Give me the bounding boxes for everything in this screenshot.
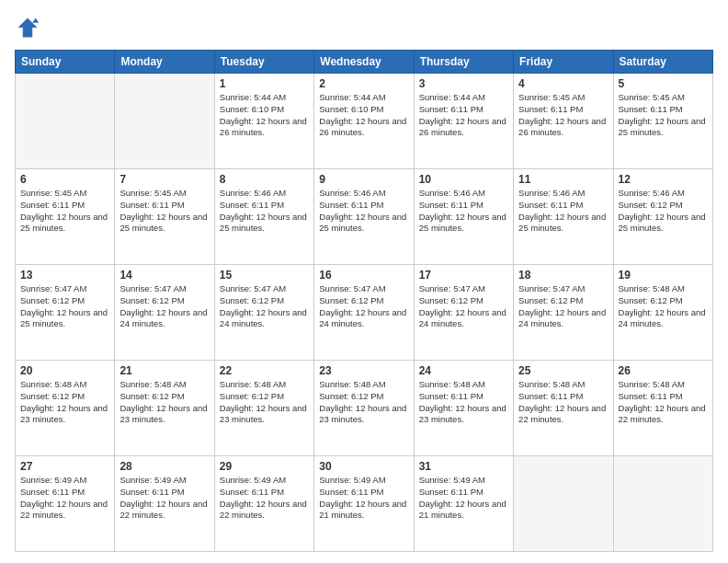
day-number: 26 — [619, 364, 708, 377]
calendar-week-3: 13Sunrise: 5:47 AM Sunset: 6:12 PM Dayli… — [16, 265, 713, 361]
header — [15, 15, 713, 40]
day-info: Sunrise: 5:47 AM Sunset: 6:12 PM Dayligh… — [119, 283, 209, 330]
day-number: 23 — [319, 364, 408, 377]
calendar-cell — [115, 74, 214, 169]
day-number: 4 — [518, 77, 608, 90]
day-info: Sunrise: 5:49 AM Sunset: 6:11 PM Dayligh… — [220, 475, 309, 522]
day-info: Sunrise: 5:48 AM Sunset: 6:12 PM Dayligh… — [319, 379, 408, 426]
calendar-cell: 5Sunrise: 5:45 AM Sunset: 6:11 PM Daylig… — [613, 74, 712, 169]
calendar-cell: 1Sunrise: 5:44 AM Sunset: 6:10 PM Daylig… — [214, 74, 313, 169]
day-info: Sunrise: 5:46 AM Sunset: 6:11 PM Dayligh… — [220, 188, 309, 235]
calendar-cell: 9Sunrise: 5:46 AM Sunset: 6:11 PM Daylig… — [314, 169, 414, 265]
day-info: Sunrise: 5:46 AM Sunset: 6:11 PM Dayligh… — [319, 188, 408, 235]
day-number: 16 — [319, 269, 408, 282]
day-info: Sunrise: 5:45 AM Sunset: 6:11 PM Dayligh… — [119, 188, 209, 235]
calendar-cell: 28Sunrise: 5:49 AM Sunset: 6:11 PM Dayli… — [115, 456, 214, 552]
calendar-cell: 8Sunrise: 5:46 AM Sunset: 6:11 PM Daylig… — [214, 169, 313, 265]
day-number: 17 — [419, 269, 508, 282]
day-number: 28 — [119, 460, 209, 473]
calendar-cell: 18Sunrise: 5:47 AM Sunset: 6:12 PM Dayli… — [514, 265, 613, 361]
day-number: 21 — [119, 364, 209, 377]
day-info: Sunrise: 5:45 AM Sunset: 6:11 PM Dayligh… — [20, 188, 109, 235]
day-number: 2 — [319, 77, 408, 90]
calendar-cell: 27Sunrise: 5:49 AM Sunset: 6:11 PM Dayli… — [16, 456, 115, 552]
day-number: 19 — [619, 269, 708, 282]
day-info: Sunrise: 5:47 AM Sunset: 6:12 PM Dayligh… — [419, 283, 508, 330]
calendar-cell: 10Sunrise: 5:46 AM Sunset: 6:11 PM Dayli… — [414, 169, 513, 265]
calendar-cell: 14Sunrise: 5:47 AM Sunset: 6:12 PM Dayli… — [115, 265, 214, 361]
day-number: 3 — [419, 77, 508, 90]
day-info: Sunrise: 5:45 AM Sunset: 6:11 PM Dayligh… — [518, 92, 608, 139]
day-number: 29 — [220, 460, 309, 473]
day-number: 5 — [619, 77, 708, 90]
day-info: Sunrise: 5:48 AM Sunset: 6:12 PM Dayligh… — [119, 379, 209, 426]
calendar-week-5: 27Sunrise: 5:49 AM Sunset: 6:11 PM Dayli… — [16, 456, 713, 552]
day-info: Sunrise: 5:47 AM Sunset: 6:12 PM Dayligh… — [319, 283, 408, 330]
day-number: 12 — [619, 173, 708, 186]
calendar-cell: 21Sunrise: 5:48 AM Sunset: 6:12 PM Dayli… — [115, 361, 214, 456]
day-number: 13 — [20, 269, 109, 282]
day-info: Sunrise: 5:46 AM Sunset: 6:11 PM Dayligh… — [419, 188, 508, 235]
page: SundayMondayTuesdayWednesdayThursdayFrid… — [0, 0, 728, 563]
calendar-cell: 29Sunrise: 5:49 AM Sunset: 6:11 PM Dayli… — [214, 456, 313, 552]
logo — [15, 15, 44, 40]
day-number: 6 — [20, 173, 109, 186]
day-number: 15 — [220, 269, 309, 282]
day-info: Sunrise: 5:44 AM Sunset: 6:10 PM Dayligh… — [319, 92, 408, 139]
day-info: Sunrise: 5:48 AM Sunset: 6:11 PM Dayligh… — [518, 379, 608, 426]
calendar-cell — [514, 456, 613, 552]
calendar-cell — [613, 456, 712, 552]
calendar-cell: 25Sunrise: 5:48 AM Sunset: 6:11 PM Dayli… — [514, 361, 613, 456]
logo-icon — [15, 15, 40, 40]
day-info: Sunrise: 5:44 AM Sunset: 6:10 PM Dayligh… — [220, 92, 309, 139]
calendar-week-4: 20Sunrise: 5:48 AM Sunset: 6:12 PM Dayli… — [16, 361, 713, 456]
calendar-header-monday: Monday — [115, 51, 214, 74]
day-info: Sunrise: 5:49 AM Sunset: 6:11 PM Dayligh… — [20, 475, 109, 522]
day-number: 7 — [119, 173, 209, 186]
calendar-cell: 30Sunrise: 5:49 AM Sunset: 6:11 PM Dayli… — [314, 456, 414, 552]
calendar-header-wednesday: Wednesday — [314, 51, 414, 74]
day-info: Sunrise: 5:46 AM Sunset: 6:12 PM Dayligh… — [619, 188, 708, 235]
day-number: 20 — [20, 364, 109, 377]
svg-marker-1 — [32, 18, 39, 23]
calendar-cell: 3Sunrise: 5:44 AM Sunset: 6:11 PM Daylig… — [414, 74, 513, 169]
calendar-cell: 7Sunrise: 5:45 AM Sunset: 6:11 PM Daylig… — [115, 169, 214, 265]
day-number: 14 — [119, 269, 209, 282]
day-info: Sunrise: 5:47 AM Sunset: 6:12 PM Dayligh… — [220, 283, 309, 330]
day-info: Sunrise: 5:49 AM Sunset: 6:11 PM Dayligh… — [319, 475, 408, 522]
calendar-cell: 23Sunrise: 5:48 AM Sunset: 6:12 PM Dayli… — [314, 361, 414, 456]
day-info: Sunrise: 5:48 AM Sunset: 6:11 PM Dayligh… — [619, 379, 708, 426]
calendar-header-saturday: Saturday — [613, 51, 712, 74]
calendar-cell: 2Sunrise: 5:44 AM Sunset: 6:10 PM Daylig… — [314, 74, 414, 169]
calendar-cell: 31Sunrise: 5:49 AM Sunset: 6:11 PM Dayli… — [414, 456, 513, 552]
calendar-cell: 13Sunrise: 5:47 AM Sunset: 6:12 PM Dayli… — [16, 265, 115, 361]
calendar-header-thursday: Thursday — [414, 51, 513, 74]
day-info: Sunrise: 5:47 AM Sunset: 6:12 PM Dayligh… — [20, 283, 109, 330]
calendar-cell: 6Sunrise: 5:45 AM Sunset: 6:11 PM Daylig… — [16, 169, 115, 265]
day-number: 11 — [518, 173, 608, 186]
calendar-cell: 22Sunrise: 5:48 AM Sunset: 6:12 PM Dayli… — [214, 361, 313, 456]
day-number: 8 — [220, 173, 309, 186]
day-number: 30 — [319, 460, 408, 473]
calendar-header-tuesday: Tuesday — [214, 51, 313, 74]
day-number: 18 — [518, 269, 608, 282]
day-info: Sunrise: 5:48 AM Sunset: 6:12 PM Dayligh… — [20, 379, 109, 426]
calendar-header-sunday: Sunday — [16, 51, 115, 74]
day-number: 1 — [220, 77, 309, 90]
calendar-cell: 16Sunrise: 5:47 AM Sunset: 6:12 PM Dayli… — [314, 265, 414, 361]
calendar-week-1: 1Sunrise: 5:44 AM Sunset: 6:10 PM Daylig… — [16, 74, 713, 169]
calendar-cell: 4Sunrise: 5:45 AM Sunset: 6:11 PM Daylig… — [514, 74, 613, 169]
day-number: 10 — [419, 173, 508, 186]
day-info: Sunrise: 5:45 AM Sunset: 6:11 PM Dayligh… — [619, 92, 708, 139]
calendar-cell: 26Sunrise: 5:48 AM Sunset: 6:11 PM Dayli… — [613, 361, 712, 456]
day-info: Sunrise: 5:48 AM Sunset: 6:12 PM Dayligh… — [619, 283, 708, 330]
day-info: Sunrise: 5:44 AM Sunset: 6:11 PM Dayligh… — [419, 92, 508, 139]
calendar-cell — [16, 74, 115, 169]
calendar-cell: 17Sunrise: 5:47 AM Sunset: 6:12 PM Dayli… — [414, 265, 513, 361]
calendar: SundayMondayTuesdayWednesdayThursdayFrid… — [15, 50, 713, 552]
day-info: Sunrise: 5:47 AM Sunset: 6:12 PM Dayligh… — [518, 283, 608, 330]
calendar-week-2: 6Sunrise: 5:45 AM Sunset: 6:11 PM Daylig… — [16, 169, 713, 265]
day-number: 22 — [220, 364, 309, 377]
calendar-cell: 19Sunrise: 5:48 AM Sunset: 6:12 PM Dayli… — [613, 265, 712, 361]
day-info: Sunrise: 5:48 AM Sunset: 6:11 PM Dayligh… — [419, 379, 508, 426]
